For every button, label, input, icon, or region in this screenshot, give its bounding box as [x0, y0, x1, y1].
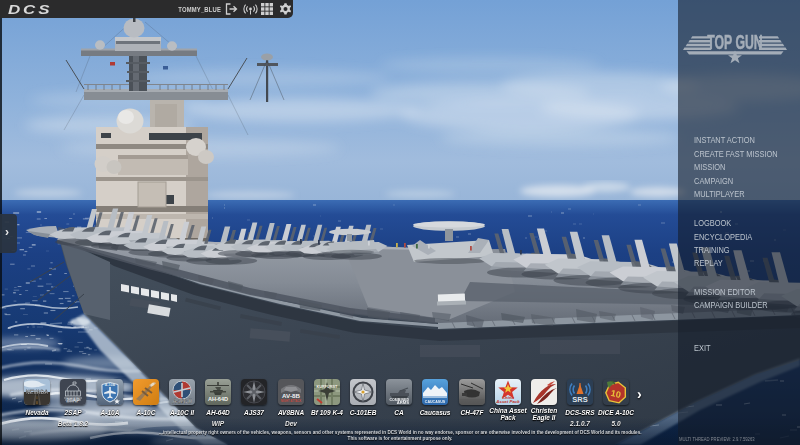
svg-text:ARMS: ARMS — [397, 400, 410, 405]
svg-text:NIGHT ATTACK: NIGHT ATTACK — [281, 399, 301, 403]
svg-text:Asset Pack: Asset Pack — [495, 399, 520, 404]
svg-text:AH-64D: AH-64D — [208, 396, 228, 402]
svg-text:SRS: SRS — [572, 395, 587, 404]
svg-text:AV-8B: AV-8B — [282, 392, 300, 399]
svg-text:2SAP: 2SAP — [66, 397, 80, 403]
svg-text:NEVADA: NEVADA — [26, 389, 48, 395]
svg-text:A-10C II: A-10C II — [172, 398, 192, 404]
svg-text:CAUCASUS: CAUCASUS — [425, 400, 446, 404]
svg-text:KURFURST: KURFURST — [317, 385, 339, 389]
svg-text:10: 10 — [610, 388, 622, 400]
svg-text:TOP GUN: TOP GUN — [707, 31, 762, 53]
svg-text:A-10A: A-10A — [105, 383, 116, 387]
